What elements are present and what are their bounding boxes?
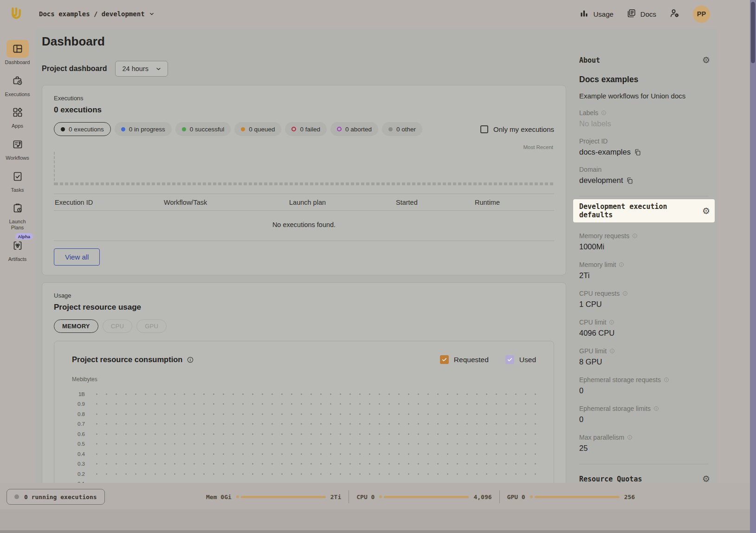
tab-cpu[interactable]: CPU [103, 319, 132, 333]
chart-gridline-row: 0.5 [72, 439, 536, 449]
only-my-executions-toggle[interactable]: Only my executions [480, 125, 554, 133]
sidebar-item-workflows[interactable]: Workflows [0, 136, 35, 161]
chevron-down-icon [149, 11, 155, 17]
field-label: CPU limit [579, 318, 709, 326]
meter-track [535, 496, 620, 498]
meter-label: GPU 0 [507, 494, 525, 500]
info-icon [653, 406, 659, 411]
running-executions-chip[interactable]: 0 running executions [6, 489, 105, 505]
sidebar-item-tasks[interactable]: Tasks [0, 168, 35, 193]
checkbox-checked-icon[interactable] [505, 355, 514, 364]
y-tick-label: 0.9 [72, 401, 85, 407]
about-section-header: About ⚙ [573, 56, 715, 65]
tab-memory[interactable]: MEMORY [54, 319, 98, 333]
field-cpu-limit: CPU limit4096 CPU [579, 318, 709, 338]
chart-title: Project resource consumption [72, 355, 182, 364]
executions-table-header: Execution IDWorkflow/TaskLaunch planStar… [54, 194, 554, 211]
filter-chip-label: 0 executions [69, 126, 104, 133]
filter-chip-label: 0 failed [300, 126, 320, 133]
about-settings-gear-icon[interactable]: ⚙ [702, 56, 710, 65]
info-icon[interactable] [187, 356, 194, 364]
dotted-gridline [92, 453, 536, 455]
filter-chip[interactable]: 0 in progress [115, 122, 172, 136]
domain-label: Domain [579, 166, 601, 173]
view-all-button[interactable]: View all [54, 248, 100, 266]
info-icon [609, 319, 614, 325]
checkbox-checked-icon[interactable] [440, 355, 449, 364]
sidebar-item-label: Executions [5, 91, 30, 98]
info-icon [627, 435, 633, 440]
column-header: Execution ID [55, 199, 164, 206]
sidebar-item-label: Launch Plans [3, 219, 32, 230]
scrollbar-thumb[interactable] [751, 2, 755, 63]
field-label-text: Ephemeral storage limits [579, 405, 651, 412]
defaults-fields: Memory requests1000MiMemory limit2TiCPU … [573, 232, 715, 453]
chart-title-row: Project resource consumption [72, 355, 194, 364]
defaults-highlight-box: Development execution defaults ⚙ [573, 199, 715, 222]
chart-gridline-row: 0.2 [72, 469, 536, 479]
running-executions-label: 0 running executions [24, 494, 97, 500]
status-dot-icon [291, 127, 296, 131]
copy-icon[interactable] [626, 177, 633, 184]
y-axis-label: Mebibytes [72, 376, 554, 383]
copy-icon[interactable] [634, 149, 641, 156]
y-tick-label: 0.7 [72, 421, 85, 427]
legend-label: Requested [454, 356, 489, 364]
meter-current-dot [236, 495, 239, 498]
footer-edge [0, 530, 756, 533]
filter-chip[interactable]: 0 executions [54, 122, 111, 136]
time-range-dropdown[interactable]: 24 hours [115, 61, 168, 77]
defaults-settings-gear-icon[interactable]: ⚙ [702, 207, 710, 215]
resource-meter: CPU 04,096 [356, 494, 491, 500]
sidebar-item-launch-plans[interactable]: Launch Plans [0, 199, 35, 230]
field-ephemeral-storage-requests: Ephemeral storage requests0 [579, 376, 709, 395]
bar-chart-icon [579, 8, 589, 20]
field-gpu-limit: GPU limit8 GPU [579, 347, 709, 366]
field-value: 4096 CPU [579, 329, 709, 338]
artifacts-icon [6, 237, 29, 254]
field-label-text: GPU limit [579, 347, 607, 355]
usage-heading: Project resource usage [54, 303, 554, 312]
sidebar-item-apps[interactable]: Apps [0, 104, 35, 129]
field-label: CPU requests [579, 290, 709, 297]
usage-button[interactable]: Usage [579, 8, 613, 20]
only-my-checkbox[interactable] [480, 125, 488, 133]
quotas-section-header: Resource Quotas ⚙ [573, 474, 715, 483]
usage-tabs: MEMORYCPUGPU [54, 319, 554, 333]
filter-chip[interactable]: 0 aborted [330, 122, 378, 136]
quotas-settings-gear-icon[interactable]: ⚙ [702, 474, 710, 483]
legend-toggle-requested[interactable]: Requested [440, 355, 489, 364]
project-domain-selector[interactable]: Docs examples / development [39, 10, 155, 18]
project-description: Example workflows for Union docs [579, 92, 709, 100]
project-id-label: Project ID [579, 137, 607, 145]
legend-label: Used [519, 356, 536, 364]
sidebar-item-label: Apps [12, 123, 23, 129]
meter-max-label: 2Ti [330, 494, 341, 500]
sidebar-item-label: Tasks [11, 187, 24, 193]
avatar[interactable]: PP [693, 6, 710, 23]
field-memory-requests: Memory requests1000Mi [579, 232, 709, 251]
union-logo-icon[interactable] [8, 6, 24, 22]
sidebar-item-dashboard[interactable]: Dashboard [0, 40, 35, 65]
filter-chip[interactable]: 0 failed [285, 122, 327, 136]
sidebar-item-executions[interactable]: Executions [0, 72, 35, 98]
filter-chip[interactable]: 0 queued [234, 122, 281, 136]
scrollbar [750, 0, 756, 533]
column-header: Runtime [475, 199, 554, 206]
info-icon [601, 110, 607, 116]
chart-gridline-row: 0.6 [72, 429, 536, 439]
legend-toggle-used[interactable]: Used [505, 355, 536, 364]
sidebar-item-artifacts[interactable]: AlphaArtifacts [0, 237, 35, 262]
docs-button[interactable]: Docs [627, 8, 656, 20]
info-icon [664, 377, 669, 383]
sidebar-item-label: Dashboard [5, 59, 30, 65]
filter-chip[interactable]: 0 other [382, 122, 422, 136]
alpha-badge: Alpha [15, 233, 33, 240]
sidebar: DashboardExecutionsAppsWorkflowsTasksLau… [0, 28, 35, 483]
y-tick-label: 0.8 [72, 411, 85, 417]
user-settings-button[interactable] [669, 8, 680, 20]
tab-gpu[interactable]: GPU [136, 319, 167, 333]
field-value: 1000Mi [579, 242, 709, 251]
y-tick-label: 1B [72, 391, 85, 397]
filter-chip[interactable]: 0 successful [175, 122, 231, 136]
